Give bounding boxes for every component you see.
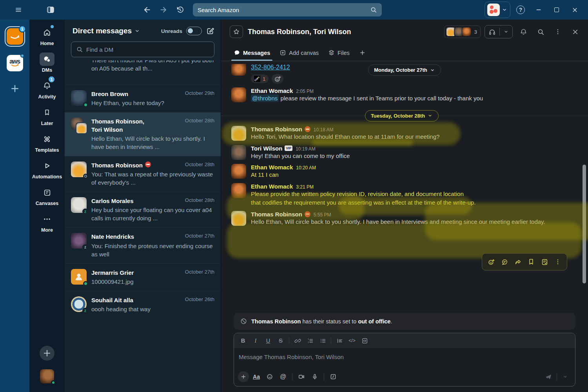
unreads-toggle[interactable] [186,27,202,35]
message-author[interactable]: Ethan Womack [251,87,293,94]
workspace-aws[interactable]: aws [7,55,23,71]
global-search-input[interactable]: Search Amazon [193,3,382,16]
dm-clipped-row[interactable]: There isn't much for PMs on A05 I put yo… [65,60,221,85]
status-banner-name: Thomas Robinson [251,318,301,325]
message-row[interactable]: Ethan Womack2:05 PM@throbns please revie… [231,85,572,105]
create-new-button[interactable] [40,346,54,361]
conversation-title[interactable]: Thomas Robinson, Tori Wilson [248,28,351,36]
send-button[interactable] [543,371,554,382]
message-row[interactable]: Ethan Womack3:21 PMPlease provide the wr… [231,181,572,209]
message-author[interactable]: Thomas Robinson [251,126,310,132]
code-block-button[interactable] [359,336,370,346]
bulleted-list-button[interactable] [317,336,328,346]
message-input[interactable]: Message Thomas Robinson, Tori Wilson [234,348,575,369]
history-icon[interactable] [173,3,187,16]
dm-conversation-row[interactable]: Thomas Robinson, Tori WilsonOctober 28th… [65,112,221,156]
message-author[interactable]: Tori WilsonVIP [251,145,292,152]
help-icon[interactable]: ? [513,3,528,16]
phone-link[interactable]: 352-806-2412 [251,64,290,71]
message-row[interactable]: Ethan Womack10:20 AMAt 11 I can [231,162,572,181]
strikethrough-button[interactable]: S [275,336,287,346]
message-composer[interactable]: B I U S 12 </> Message Thomas Robinson, [234,333,575,387]
format-toggle-button[interactable]: Aa [250,371,262,382]
sidebar-item-automations[interactable]: Automations [32,159,62,180]
sidebar-item-more[interactable]: More [32,212,62,233]
more-actions-kebab-icon[interactable] [552,256,564,268]
ordered-list-button[interactable]: 12 [304,336,316,346]
back-icon[interactable] [140,3,154,16]
sidebar-item-templates[interactable]: Templates [32,132,62,153]
sidebar-item-canvases[interactable]: Canvases [32,186,62,206]
star-conversation-button[interactable] [230,25,243,38]
underline-button[interactable]: U [262,336,274,346]
italic-button[interactable]: I [250,336,261,346]
dm-conversation-row[interactable]: Thomas RobinsonOctober 28thYou: That was… [65,156,221,192]
huddle-control[interactable] [485,25,513,38]
reply-thread-icon[interactable] [499,256,510,268]
message-row[interactable]: Thomas Robinson5:55 PMHello Ethan, Will … [231,209,572,228]
dm-preview: Hey bud since your floating can you cove… [91,206,214,222]
headphones-icon[interactable] [485,28,499,36]
minimize-button[interactable] [531,3,546,16]
account-menu[interactable] [485,2,510,18]
attach-plus-button[interactable] [238,371,249,382]
huddle-chevron-icon[interactable] [500,29,512,34]
message-author[interactable]: Thomas Robinson [251,211,310,218]
user-mention[interactable]: @throbns [251,94,279,102]
send-options-chevron-icon[interactable] [559,371,571,382]
chevron-down-icon[interactable] [134,28,140,34]
close-conversation-icon[interactable] [568,25,582,38]
slash-commands-button[interactable] [327,371,339,382]
dm-conversation-row[interactable]: zSouhail Ait allaOctober 26thoooh headin… [65,291,221,318]
dm-conversation-row[interactable]: zNate HendricksOctober 27thYou: Finished… [65,227,221,263]
sidebar-toggle-icon[interactable] [44,3,57,16]
add-reaction-icon[interactable] [485,256,497,268]
add-to-list-icon[interactable] [539,256,550,268]
find-dm-input[interactable]: Find a DM [71,42,214,57]
compose-icon[interactable] [206,27,214,35]
sidebar-item-dms[interactable]: DMs [32,53,62,73]
more-options-kebab-icon[interactable] [551,25,564,38]
message-author[interactable]: Ethan Womack [251,183,293,190]
audio-clip-button[interactable] [309,371,321,382]
scrollbar-thumb[interactable] [583,165,586,283]
add-workspace-button[interactable] [8,82,22,96]
close-window-button[interactable] [567,3,583,16]
mention-button[interactable]: @ [277,371,289,382]
emoji-button[interactable] [264,371,276,382]
tab-files[interactable]: Files [324,49,354,61]
user-avatar[interactable] [40,369,54,383]
message-row[interactable]: Tori WilsonVIP10:19 AMHey! Ethan you can… [231,143,572,162]
search-in-conversation-icon[interactable] [534,25,547,38]
add-tab-button[interactable] [355,49,370,61]
sidebar-item-later[interactable]: Later [32,106,62,126]
blockquote-button[interactable] [334,336,345,346]
tab-messages[interactable]: Messages [230,49,274,61]
sidebar-item-activity[interactable]: 1Activity [32,79,62,100]
message-row[interactable]: Thomas Robinson10:18 AMHello Tori, What … [231,124,572,143]
maximize-button[interactable] [549,3,564,16]
reaction-pill[interactable]: COPY1 [251,74,269,83]
notifications-bell-icon[interactable] [517,25,530,38]
menu-icon[interactable] [12,3,25,16]
tab-add-canvas[interactable]: Add canvas [276,49,323,61]
date-divider-pill[interactable]: Tuesday, October 28th [365,110,439,122]
link-button[interactable] [292,336,303,346]
code-button[interactable]: </> [346,336,358,346]
dm-conversation-row[interactable]: Breon BrownOctober 29thHey Ethan, you he… [65,85,221,112]
tab-label: Messages [243,50,270,56]
dm-conversation-row[interactable]: Jermarris GrierOctober 27th1000009421.jp… [65,263,221,291]
member-list-button[interactable]: 3 [444,25,481,38]
dm-panel-title[interactable]: Direct messages [73,27,132,35]
message-author[interactable]: Ethan Womack [251,164,293,171]
add-reaction-button[interactable] [272,74,283,83]
date-divider-pill[interactable]: Monday, October 27th [368,64,441,76]
video-clip-button[interactable] [296,371,307,382]
forward-icon[interactable] [512,256,524,268]
save-bookmark-icon[interactable] [525,256,537,268]
sidebar-item-home[interactable]: Home [32,26,62,46]
forward-icon[interactable] [157,3,170,16]
workspace-amazon[interactable]: 1 [7,28,23,45]
dm-conversation-row[interactable]: zCarlos MoralesOctober 28thHey bud since… [65,192,221,227]
bold-button[interactable]: B [237,336,249,346]
